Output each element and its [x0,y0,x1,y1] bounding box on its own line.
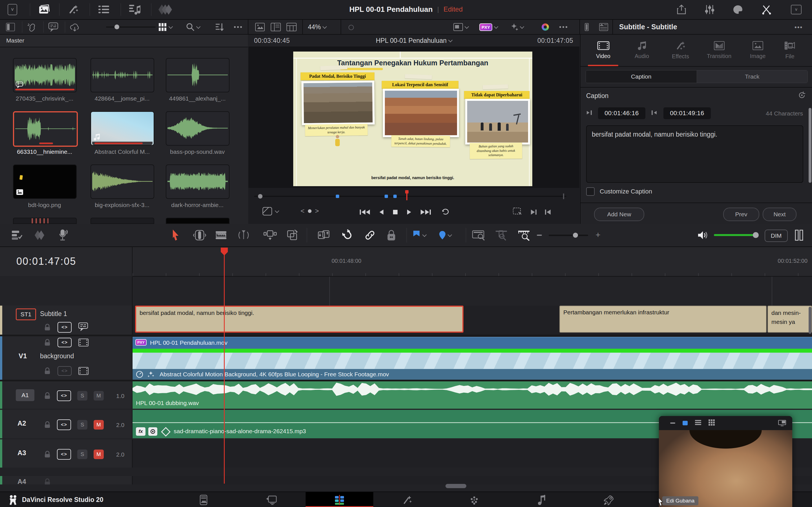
viewer-tool-dropdown[interactable] [262,207,278,216]
solo-button[interactable]: S [77,450,87,459]
media-clip-thumbnail[interactable] [91,165,154,199]
lock-icon[interactable] [44,421,51,429]
color-viewer-icon[interactable] [539,22,552,32]
media-clip-thumbnail[interactable] [166,165,230,199]
dynamic-trim-icon[interactable] [236,230,252,241]
zoom-detail-icon[interactable] [493,230,510,241]
timeline-current-timecode[interactable]: 00:01:47:05 [16,256,76,267]
tab-file[interactable]: File [770,35,809,66]
track-a1-badge[interactable]: A1 [16,389,35,401]
scrubber-playhead[interactable] [406,190,407,200]
proxy-button[interactable]: PXY [479,22,504,32]
bin-label[interactable]: Master [6,37,24,44]
marker-button[interactable] [439,230,463,241]
track-a2-badge[interactable]: A2 [17,419,26,427]
source-viewer-icon[interactable] [253,22,267,32]
inspector-scrollbar[interactable] [809,108,811,183]
add-new-button[interactable]: Add New [594,208,644,221]
next-edit-button[interactable] [531,210,537,215]
speaker-badge[interactable] [148,427,157,436]
subtab-caption[interactable]: Caption [586,70,697,83]
zoom-level-dropdown[interactable]: 44% [308,22,339,32]
viewer-duration-timecode[interactable]: 00:01:47:05 [538,37,573,45]
mute-button-active[interactable]: M [94,450,104,459]
subtitle-caption-icon[interactable] [47,22,60,32]
workspace-icon[interactable]: v [788,3,804,16]
subtitle-clip[interactable]: Pertambangan memerlukan infrastruktur [559,305,767,333]
track-a3-badge[interactable]: A3 [17,449,26,457]
prev-edit-button[interactable] [545,210,551,215]
zoom-full-extent-icon[interactable] [470,230,487,241]
media-clip-thumbnail-partial[interactable] [13,218,77,224]
mute-button-active[interactable]: M [94,420,104,430]
meters-icon[interactable] [793,229,805,241]
keyframe-diamond-icon[interactable] [161,427,170,437]
grid-view-button[interactable] [158,22,181,32]
media-clip-thumbnail[interactable] [166,111,230,146]
page-fusion-icon[interactable] [400,494,414,506]
auto-select-toggle[interactable]: <> [57,366,71,376]
insert-clip-icon[interactable] [262,230,278,241]
split-clip-icon[interactable] [760,3,774,16]
dim-button[interactable]: DIM [765,230,788,242]
play-button[interactable] [407,210,411,215]
auto-select-toggle[interactable]: <> [57,390,71,401]
filmstrip-icon[interactable] [79,339,89,346]
timeline-zoom-slider[interactable] [549,235,588,236]
timeline-hscrollbar[interactable] [446,484,466,488]
tab-effects[interactable]: Effects [661,35,700,66]
gang-indicator[interactable] [349,25,354,30]
media-pool-options-icon[interactable] [231,22,245,32]
selection-tool-icon[interactable] [168,228,183,242]
caption-track-icon[interactable] [79,323,88,332]
replace-clip-icon[interactable] [316,230,332,241]
webcam-minimize-icon[interactable] [670,422,675,424]
page-fairlight-icon[interactable] [535,494,549,506]
zoom-out-button[interactable] [535,232,544,238]
timeline-effects-icon[interactable] [33,230,49,241]
voiceover-mic-icon[interactable] [55,229,71,241]
dual-viewer-icon[interactable] [269,22,283,32]
solo-button[interactable]: S [77,391,87,400]
play-reverse-button[interactable] [379,210,384,215]
flag-button[interactable] [412,230,437,241]
media-clip-thumbnail[interactable] [166,58,230,93]
audio-clip-a1[interactable]: HPL 00-01 dubbing.wav [133,381,812,409]
zoom-in-button[interactable]: + [593,230,603,240]
timeline-view-options-icon[interactable] [10,230,24,241]
media-clip-thumbnail[interactable] [91,58,154,93]
sort-icon[interactable] [213,22,226,32]
search-button[interactable] [186,22,208,32]
fx-badge[interactable]: fx [136,427,146,436]
loop-button[interactable] [441,208,451,217]
subtitle-clip-selected[interactable]: bersifat padat modal, namun berisiko tin… [135,305,463,333]
media-clip-thumbnail[interactable] [91,111,154,146]
track-st1-name[interactable]: Subtitle 1 [40,310,67,318]
slider-knob[interactable] [114,24,119,29]
webcam-layout-list-icon[interactable] [695,420,701,426]
viewer-scrubber[interactable] [248,188,579,201]
volume-knob[interactable] [753,232,759,238]
lock-icon[interactable] [44,367,51,375]
monitor-volume-slider[interactable] [714,234,757,236]
position-lock-icon[interactable] [384,229,399,241]
page-edit-icon-active[interactable] [333,494,346,506]
filmstrip-icon[interactable] [79,367,89,375]
tab-transition[interactable]: Transition [700,35,739,66]
page-media-icon[interactable] [197,494,210,506]
prev-button[interactable]: Prev [723,208,759,221]
track-st1-badge[interactable]: ST1 [16,308,36,320]
go-to-first-frame-button[interactable] [360,210,370,215]
color-palette-icon[interactable] [731,3,745,16]
media-clip-thumbnail[interactable] [13,58,77,93]
timeline-ruler[interactable]: 00:01:48:00 00:01:52:00 [133,247,812,277]
subtab-track[interactable]: Track [697,70,808,83]
lock-icon[interactable] [44,392,51,399]
scrubber-handle[interactable] [258,194,262,199]
marker-dot[interactable] [393,194,397,198]
zoom-slider-knob[interactable] [573,233,578,238]
viewer-layout-icon[interactable] [285,22,298,32]
jog-control[interactable]: <> [301,207,319,215]
next-button[interactable]: Next [763,208,797,221]
media-clip-thumbnail[interactable] [13,165,77,199]
